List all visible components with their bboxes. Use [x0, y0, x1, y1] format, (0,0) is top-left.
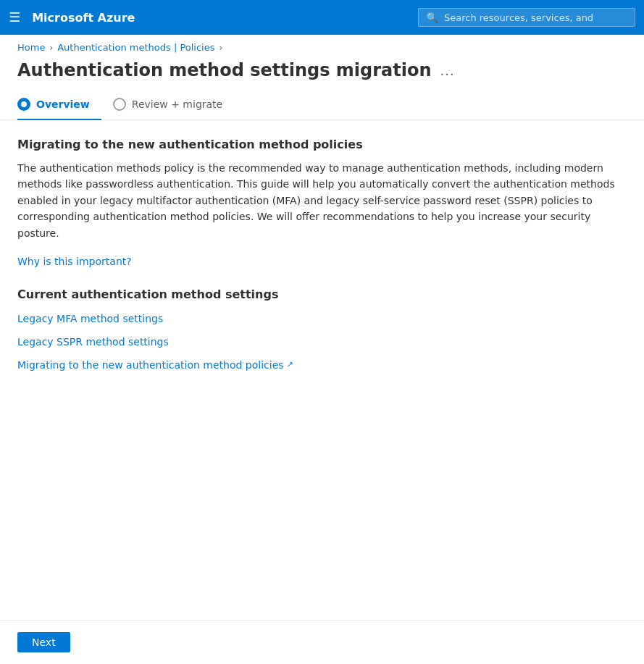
search-icon: 🔍: [426, 12, 438, 23]
external-link-icon: ↗: [287, 360, 293, 369]
breadcrumb-parent[interactable]: Authentication methods | Policies: [57, 42, 214, 53]
breadcrumb: Home › Authentication methods | Policies…: [0, 35, 644, 57]
migrating-heading: Migrating to the new authentication meth…: [17, 138, 627, 151]
current-settings-heading: Current authentication method settings: [17, 287, 627, 301]
tab-review-migrate[interactable]: Review + migrate: [113, 92, 234, 119]
azure-logo: Microsoft Azure: [32, 11, 418, 25]
hamburger-icon[interactable]: ☰: [9, 11, 20, 24]
legacy-sspr-link[interactable]: Legacy SSPR method settings: [17, 336, 627, 348]
migrating-policies-label: Migrating to the new authentication meth…: [17, 359, 284, 371]
tab-overview[interactable]: Overview: [17, 92, 101, 119]
migrating-policies-link[interactable]: Migrating to the new authentication meth…: [17, 359, 627, 371]
breadcrumb-separator-1: ›: [49, 43, 53, 53]
tab-review-label: Review + migrate: [132, 98, 222, 110]
breadcrumb-separator-2: ›: [219, 43, 222, 53]
page-footer: Next: [0, 620, 644, 664]
top-navigation: ☰ Microsoft Azure 🔍 Search resources, se…: [0, 0, 644, 35]
tab-overview-circle: [17, 98, 30, 111]
why-important-link[interactable]: Why is this important?: [17, 256, 132, 267]
main-content: Migrating to the new authentication meth…: [0, 120, 644, 620]
tabs-container: Overview Review + migrate: [0, 92, 644, 120]
search-bar[interactable]: 🔍 Search resources, services, and: [418, 8, 635, 27]
search-placeholder: Search resources, services, and: [444, 12, 593, 23]
more-options-icon[interactable]: ...: [440, 63, 455, 78]
settings-links-list: Legacy MFA method settings Legacy SSPR m…: [17, 313, 627, 371]
legacy-mfa-link[interactable]: Legacy MFA method settings: [17, 313, 627, 324]
page-header: Authentication method settings migration…: [0, 57, 644, 92]
next-button[interactable]: Next: [17, 632, 70, 652]
overview-body-text: The authentication methods policy is the…: [17, 160, 627, 241]
page-title: Authentication method settings migration: [17, 60, 432, 80]
tab-review-circle: [113, 98, 126, 111]
tab-overview-label: Overview: [36, 98, 90, 110]
breadcrumb-home[interactable]: Home: [17, 42, 45, 53]
